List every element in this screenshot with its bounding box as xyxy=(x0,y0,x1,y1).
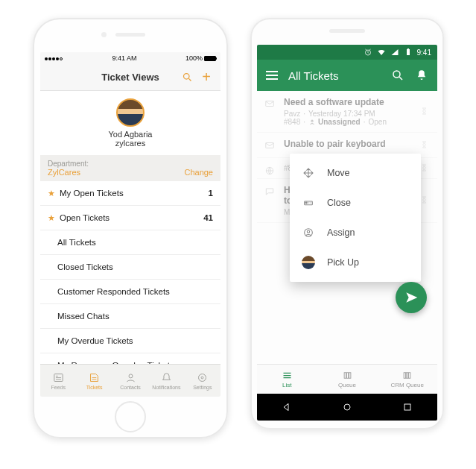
menu-label: Move xyxy=(327,168,350,178)
view-label: Closed Tickets xyxy=(57,262,213,271)
move-icon xyxy=(302,166,315,180)
profile-card[interactable]: Yod Agbaria zylcares xyxy=(40,91,220,155)
tab-crm-queue[interactable]: CRM Queue xyxy=(377,365,437,394)
list-icon xyxy=(282,370,293,381)
star-icon: ★ xyxy=(48,189,55,198)
add-icon[interactable]: + xyxy=(195,64,218,90)
appbar-title: All Tickets xyxy=(288,69,381,82)
view-row[interactable]: ★My Open Tickets1 xyxy=(40,181,220,206)
department-label: Department: xyxy=(48,160,89,168)
tab-label: Notifications xyxy=(152,385,180,390)
svg-line-10 xyxy=(399,77,402,80)
svg-rect-7 xyxy=(407,49,410,55)
iphone-camera xyxy=(101,32,107,37)
queue-icon xyxy=(342,370,353,381)
tab-list[interactable]: List xyxy=(257,365,317,394)
android-bottom-tabs: ListQueueCRM Queue xyxy=(257,364,437,394)
tab-notifications[interactable]: Notifications xyxy=(148,365,184,397)
svg-point-17 xyxy=(305,202,307,204)
view-row[interactable]: My Overdue Tickets xyxy=(40,329,220,353)
view-count: 41 xyxy=(203,213,213,222)
iphone-home-button[interactable] xyxy=(115,401,146,432)
battery-percent: 100% xyxy=(185,54,203,62)
tab-tickets[interactable]: Tickets xyxy=(76,365,112,397)
android-status-bar: 9:41 xyxy=(257,45,437,60)
menu-item-close[interactable]: Close xyxy=(290,188,421,218)
avatar xyxy=(116,98,145,127)
svg-rect-24 xyxy=(406,373,408,379)
svg-rect-8 xyxy=(407,48,409,49)
svg-point-5 xyxy=(201,377,203,379)
change-link[interactable]: Change xyxy=(184,168,213,177)
profile-name: Yod Agbaria xyxy=(40,130,220,139)
menu-item-pick-up[interactable]: Pick Up xyxy=(290,248,421,277)
view-row[interactable]: Customer Responded Tickets xyxy=(40,280,220,304)
tab-label: Tickets xyxy=(86,385,103,390)
menu-item-assign[interactable]: Assign xyxy=(290,218,421,248)
signal-icon xyxy=(390,48,399,57)
svg-point-9 xyxy=(393,71,400,78)
wifi-icon xyxy=(377,48,386,57)
avatar-icon xyxy=(302,256,315,269)
tab-label: Queue xyxy=(338,382,356,388)
crm-queue-icon xyxy=(402,370,413,381)
svg-point-0 xyxy=(183,74,189,80)
department-bar: Department: ZylCares Change xyxy=(40,155,220,181)
status-time: 9:41 xyxy=(417,48,431,57)
ios-tab-bar: FeedsTicketsContactsNotificationsSetting… xyxy=(40,364,220,397)
view-row[interactable]: My Response Overdue Tickets xyxy=(40,353,220,364)
ticket-list: Need a software updatePavz·Yesterday 17:… xyxy=(257,91,437,364)
menu-item-move[interactable]: Move xyxy=(290,158,421,188)
menu-label: Assign xyxy=(327,227,355,238)
ticket-views-list: ★My Open Tickets1★Open Tickets41All Tick… xyxy=(40,181,220,364)
view-label: My Open Tickets xyxy=(60,189,209,198)
svg-rect-20 xyxy=(344,373,346,379)
battery-icon xyxy=(404,48,413,57)
tickets-icon xyxy=(88,371,101,384)
tab-label: Feeds xyxy=(51,385,65,390)
android-nav-bar xyxy=(257,394,437,421)
menu-icon[interactable] xyxy=(266,71,278,80)
alarm-icon xyxy=(364,48,372,57)
svg-point-3 xyxy=(129,374,133,378)
view-row[interactable]: Missed Chats xyxy=(40,304,220,329)
view-label: My Overdue Tickets xyxy=(57,336,213,345)
iphone-speaker xyxy=(115,33,145,37)
tab-contacts[interactable]: Contacts xyxy=(112,365,148,397)
svg-rect-22 xyxy=(349,373,351,379)
tab-label: CRM Queue xyxy=(390,382,423,388)
battery-icon xyxy=(204,56,216,61)
nav-title: Ticket Views xyxy=(101,72,159,83)
tab-queue[interactable]: Queue xyxy=(317,365,378,394)
ios-status-bar: 9:41 AM 100% xyxy=(40,52,220,64)
fab-button[interactable] xyxy=(396,282,427,313)
view-row[interactable]: Closed Tickets xyxy=(40,255,220,280)
notifications-icon xyxy=(160,371,173,384)
profile-org: zylcares xyxy=(40,139,220,148)
svg-rect-23 xyxy=(404,373,406,379)
status-time: 9:41 AM xyxy=(112,54,136,62)
svg-line-1 xyxy=(188,78,191,81)
svg-point-4 xyxy=(199,374,206,382)
tab-feeds[interactable]: Feeds xyxy=(40,365,76,397)
iphone-screen: 9:41 AM 100% Ticket Views + Yod Agbaria … xyxy=(40,52,220,397)
contacts-icon xyxy=(124,371,137,384)
home-icon[interactable] xyxy=(341,401,353,413)
menu-label: Pick Up xyxy=(327,257,359,268)
bell-icon[interactable] xyxy=(415,69,428,82)
back-icon[interactable] xyxy=(281,401,293,413)
action-menu: MoveCloseAssignPick Up xyxy=(290,154,421,282)
search-icon[interactable] xyxy=(391,69,404,82)
view-label: Missed Chats xyxy=(57,312,213,321)
iphone-device: 9:41 AM 100% Ticket Views + Yod Agbaria … xyxy=(33,18,228,438)
signal-dots-icon xyxy=(45,54,63,62)
feeds-icon xyxy=(52,371,65,384)
view-row[interactable]: ★Open Tickets41 xyxy=(40,206,220,230)
view-label: Customer Responded Tickets xyxy=(57,287,213,296)
tab-label: Contacts xyxy=(120,385,141,390)
view-label: All Tickets xyxy=(57,238,213,247)
recents-icon[interactable] xyxy=(402,401,413,413)
ios-nav-bar: Ticket Views + xyxy=(40,64,220,91)
view-row[interactable]: All Tickets xyxy=(40,230,220,255)
tab-settings[interactable]: Settings xyxy=(185,365,220,397)
